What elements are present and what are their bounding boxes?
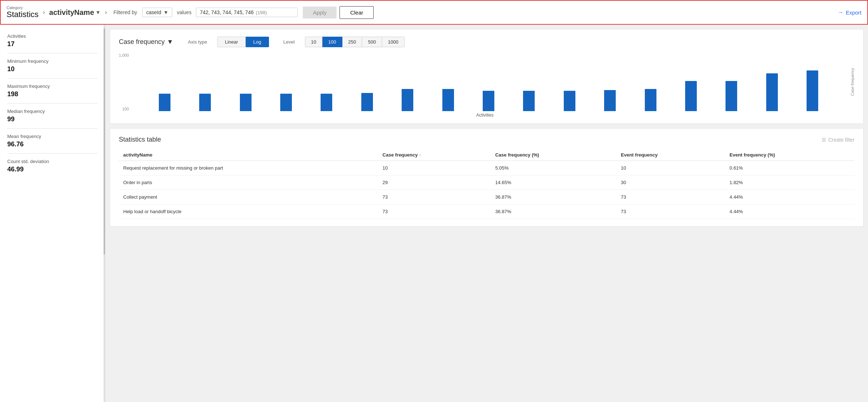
stat-value-0: 17 bbox=[7, 40, 98, 48]
bar-wrapper-1 bbox=[185, 53, 225, 111]
stat-value-2: 198 bbox=[7, 90, 98, 98]
sort-icon-1: ↑ bbox=[419, 153, 421, 157]
breadcrumb-chevron-2: › bbox=[105, 9, 107, 16]
bar-wrapper-15 bbox=[752, 53, 792, 111]
apply-button[interactable]: Apply bbox=[303, 7, 337, 19]
activity-name-dropdown[interactable]: activityName ▼ bbox=[49, 8, 100, 17]
y-label-bottom: 100 bbox=[122, 107, 129, 111]
statistics-table: activityNameCase frequency↑Case frequenc… bbox=[119, 149, 855, 219]
bar-2[interactable] bbox=[240, 94, 252, 111]
activity-name-label: activityName bbox=[49, 8, 94, 17]
table-cell-1-2: 14.65% bbox=[491, 175, 616, 190]
sidebar-divider-2 bbox=[7, 103, 98, 103]
col-header-3: Event frequency bbox=[616, 149, 725, 161]
stat-value-1: 10 bbox=[7, 65, 98, 73]
bar-wrapper-9 bbox=[509, 53, 549, 111]
filter-field-caret: ▼ bbox=[164, 9, 169, 15]
bar-chart bbox=[133, 53, 836, 111]
bar-9[interactable] bbox=[523, 91, 535, 111]
level-btn-500[interactable]: 500 bbox=[362, 37, 382, 47]
bar-15[interactable] bbox=[766, 73, 778, 111]
bar-4[interactable] bbox=[321, 94, 332, 111]
bar-5[interactable] bbox=[361, 93, 373, 111]
table-cell-1-0: Order in parts bbox=[119, 175, 378, 190]
chart-section: Case frequency ▼ Axis type LinearLog Lev… bbox=[110, 29, 864, 124]
chart-title-caret: ▼ bbox=[167, 38, 173, 46]
axis-btn-log[interactable]: Log bbox=[246, 37, 269, 47]
axis-type-label: Axis type bbox=[188, 39, 207, 45]
bar-6[interactable] bbox=[402, 89, 413, 111]
filter-field-dropdown[interactable]: caseId ▼ bbox=[142, 8, 172, 17]
axis-btn-linear[interactable]: Linear bbox=[217, 37, 246, 47]
values-input[interactable]: 742, 743, 744, 745, 746 (198) bbox=[196, 8, 298, 17]
export-button[interactable]: → Export bbox=[838, 9, 861, 16]
bar-wrapper-10 bbox=[549, 53, 590, 111]
table-cell-0-4: 0.61% bbox=[725, 161, 855, 175]
axis-btn-group: LinearLog bbox=[217, 37, 269, 47]
create-filter-button[interactable]: ≣ Create filter bbox=[821, 136, 855, 143]
bar-wrapper-5 bbox=[347, 53, 387, 111]
bar-7[interactable] bbox=[442, 89, 454, 111]
table-row: Order in parts2914.65%301.82% bbox=[119, 175, 855, 190]
sidebar-divider-3 bbox=[7, 128, 98, 129]
table-cell-1-3: 30 bbox=[616, 175, 725, 190]
table-cell-3-2: 36.87% bbox=[491, 204, 616, 219]
table-cell-0-1: 10 bbox=[378, 161, 491, 175]
bar-wrapper-12 bbox=[630, 53, 671, 111]
col-header-1[interactable]: Case frequency↑ bbox=[378, 149, 491, 161]
level-btn-1000[interactable]: 1000 bbox=[382, 37, 405, 47]
category-label: Category bbox=[7, 5, 39, 10]
sidebar-stat-5: Count std. deviation46.99 bbox=[7, 159, 98, 173]
col-header-2: Case frequency (%) bbox=[491, 149, 616, 161]
table-cell-0-3: 10 bbox=[616, 161, 725, 175]
level-btn-250[interactable]: 250 bbox=[342, 37, 362, 47]
bar-wrapper-14 bbox=[711, 53, 752, 111]
chart-title[interactable]: Case frequency ▼ bbox=[119, 38, 173, 46]
bar-10[interactable] bbox=[564, 91, 575, 111]
main-layout: Activities17Minimum frequency10Maximum f… bbox=[0, 25, 868, 402]
bar-8[interactable] bbox=[483, 91, 494, 111]
bar-14[interactable] bbox=[726, 81, 737, 111]
table-cell-2-1: 73 bbox=[378, 190, 491, 204]
table-cell-1-4: 1.82% bbox=[725, 175, 855, 190]
stat-value-4: 96.76 bbox=[7, 141, 98, 148]
export-arrow-icon: → bbox=[838, 9, 844, 16]
x-axis-label: Activities bbox=[476, 113, 493, 118]
bar-13[interactable] bbox=[685, 81, 697, 111]
bar-0[interactable] bbox=[159, 94, 170, 111]
sidebar: Activities17Minimum frequency10Maximum f… bbox=[0, 25, 105, 402]
bar-wrapper-8 bbox=[468, 53, 509, 111]
breadcrumb-category: Category Statistics bbox=[7, 5, 39, 19]
stat-label-3: Median frequency bbox=[7, 109, 98, 114]
bar-1[interactable] bbox=[199, 94, 211, 111]
table-cell-2-3: 73 bbox=[616, 190, 725, 204]
y-axis-right-label: Case frequency bbox=[850, 68, 855, 96]
bar-wrapper-13 bbox=[671, 53, 711, 111]
chart-title-text: Case frequency bbox=[119, 38, 165, 46]
y-axis-left: 1,000 100 bbox=[119, 53, 130, 111]
col-header-0: activityName bbox=[119, 149, 378, 161]
table-cell-3-4: 4.44% bbox=[725, 204, 855, 219]
bar-wrapper-7 bbox=[428, 53, 468, 111]
clear-button[interactable]: Clear bbox=[339, 6, 374, 19]
col-header-4: Event frequency (%) bbox=[725, 149, 855, 161]
y-axis-right: Case frequency bbox=[850, 53, 855, 111]
export-label: Export bbox=[846, 9, 861, 16]
bar-wrapper-6 bbox=[387, 53, 427, 111]
sidebar-stat-1: Minimum frequency10 bbox=[7, 58, 98, 73]
table-cell-1-1: 29 bbox=[378, 175, 491, 190]
table-cell-2-4: 4.44% bbox=[725, 190, 855, 204]
stat-label-4: Mean frequency bbox=[7, 134, 98, 139]
stat-label-0: Activities bbox=[7, 33, 98, 39]
bar-12[interactable] bbox=[645, 89, 656, 111]
table-cell-0-0: Request replacement for missing or broke… bbox=[119, 161, 378, 175]
bar-wrapper-3 bbox=[266, 53, 306, 111]
level-btn-100[interactable]: 100 bbox=[322, 37, 342, 47]
bar-3[interactable] bbox=[280, 94, 292, 111]
bar-11[interactable] bbox=[604, 90, 616, 111]
table-cell-0-2: 5.05% bbox=[491, 161, 616, 175]
bar-16[interactable] bbox=[807, 70, 818, 111]
values-label: values bbox=[177, 9, 191, 15]
values-count: (198) bbox=[256, 10, 267, 15]
level-btn-10[interactable]: 10 bbox=[305, 37, 322, 47]
